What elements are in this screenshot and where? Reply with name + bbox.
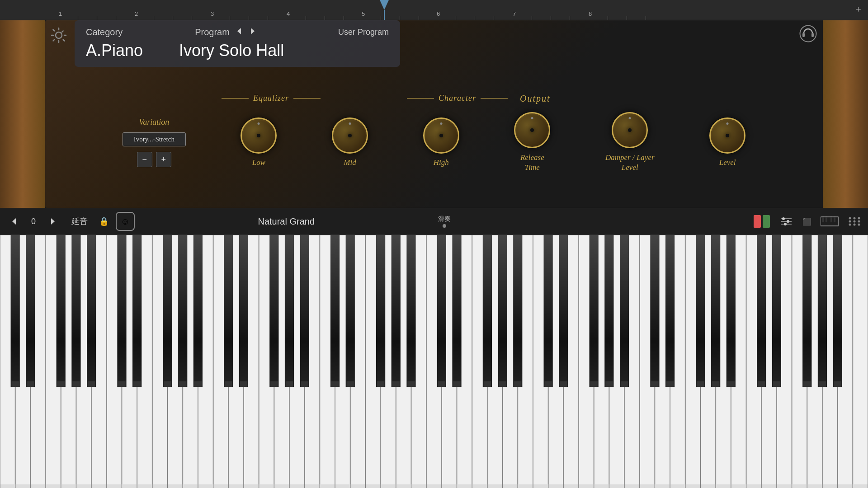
mid-knob-container: Mid bbox=[332, 117, 368, 167]
program-name: Natural Grand bbox=[253, 216, 319, 227]
variation-minus-button[interactable]: − bbox=[137, 152, 152, 167]
dots-button[interactable] bbox=[848, 215, 861, 228]
svg-point-22 bbox=[854, 217, 856, 220]
variation-section: Variation Ivory...-Stretch − + bbox=[123, 117, 186, 167]
svg-marker-5 bbox=[251, 28, 255, 34]
svg-rect-19 bbox=[830, 217, 832, 222]
svg-rect-3 bbox=[811, 33, 814, 37]
damper-layer-knob[interactable] bbox=[612, 112, 648, 148]
svg-point-0 bbox=[56, 32, 62, 38]
release-time-knob-label: ReleaseTime bbox=[520, 153, 544, 173]
svg-rect-18 bbox=[826, 217, 827, 222]
high-knob-container: High bbox=[423, 117, 459, 167]
mid-knob[interactable] bbox=[332, 117, 368, 154]
smile-button[interactable]: ☺ bbox=[116, 212, 135, 231]
category-label: Category bbox=[86, 27, 123, 38]
program-next-button[interactable] bbox=[249, 27, 257, 38]
mid-knob-label: Mid bbox=[344, 158, 356, 167]
glide-dot bbox=[443, 224, 446, 228]
transport-next-button[interactable] bbox=[46, 214, 60, 229]
svg-point-21 bbox=[849, 217, 851, 220]
level-knob-label: Level bbox=[719, 158, 736, 167]
svg-rect-17 bbox=[822, 217, 824, 222]
program-label: Program bbox=[195, 27, 230, 38]
level-knob[interactable] bbox=[709, 117, 745, 154]
svg-marker-4 bbox=[237, 28, 241, 34]
timeline-ruler: 12345678 bbox=[0, 0, 868, 20]
high-knob[interactable] bbox=[423, 117, 459, 154]
piano-split-button[interactable] bbox=[754, 215, 770, 228]
svg-point-29 bbox=[858, 224, 860, 226]
sustain-label: 延音 bbox=[67, 216, 92, 227]
transport-number: 0 bbox=[28, 217, 39, 226]
wood-panel-left bbox=[0, 20, 45, 208]
low-knob-label: Low bbox=[252, 158, 265, 167]
wood-panel-right bbox=[823, 20, 868, 208]
scale-label: ⬛ bbox=[802, 217, 811, 226]
svg-point-28 bbox=[854, 224, 856, 226]
svg-point-24 bbox=[849, 221, 851, 223]
controls-area: Variation Ivory...-Stretch − + Low Mid H… bbox=[95, 84, 773, 201]
svg-rect-9 bbox=[763, 215, 770, 228]
svg-point-13 bbox=[782, 217, 785, 220]
keyboard-button[interactable] bbox=[821, 215, 839, 228]
svg-point-25 bbox=[854, 221, 856, 223]
category-value: A.Piano bbox=[86, 41, 143, 60]
svg-marker-7 bbox=[51, 218, 55, 225]
svg-point-1 bbox=[800, 26, 816, 42]
svg-marker-6 bbox=[12, 218, 16, 225]
svg-point-14 bbox=[787, 220, 789, 223]
program-value: Ivory Solo Hall bbox=[179, 41, 284, 60]
low-knob[interactable] bbox=[241, 117, 277, 154]
program-prev-button[interactable] bbox=[235, 27, 243, 38]
glide-label: 滑奏 bbox=[438, 215, 451, 223]
svg-rect-2 bbox=[802, 33, 805, 37]
mixer-button[interactable] bbox=[779, 215, 793, 228]
transport-bar: 0 延音 🔒 ☺ Natural Grand 滑奏 bbox=[0, 208, 868, 235]
svg-point-27 bbox=[849, 224, 851, 226]
glide-section: 滑奏 bbox=[438, 215, 451, 228]
svg-point-26 bbox=[858, 221, 860, 223]
add-track-button[interactable]: + bbox=[856, 4, 861, 15]
svg-rect-8 bbox=[754, 215, 761, 228]
level-knob-container: Level bbox=[709, 117, 745, 167]
headphone-icon[interactable] bbox=[798, 23, 818, 44]
svg-rect-20 bbox=[834, 217, 835, 222]
scale-button[interactable]: ⬛ bbox=[802, 217, 811, 226]
svg-point-23 bbox=[858, 217, 860, 220]
damper-layer-knob-label: Damper / LayerLevel bbox=[605, 153, 655, 173]
damper-layer-knob-container: Damper / LayerLevel bbox=[605, 112, 655, 173]
variation-plus-button[interactable]: + bbox=[156, 152, 171, 167]
settings-icon[interactable] bbox=[50, 26, 68, 44]
smile-icon: ☺ bbox=[121, 216, 130, 227]
header-dropdown: Category Program User Program A.Piano Iv… bbox=[75, 20, 400, 67]
variation-dropdown[interactable]: Ivory...-Stretch bbox=[123, 132, 186, 146]
release-time-knob[interactable] bbox=[514, 112, 550, 148]
user-program-label: User Program bbox=[338, 28, 389, 37]
variation-title: Variation bbox=[139, 117, 169, 127]
svg-point-15 bbox=[784, 223, 787, 225]
low-knob-container: Low bbox=[241, 117, 277, 167]
transport-right-controls: ⬛ bbox=[754, 215, 861, 228]
lock-icon: 🔒 bbox=[99, 216, 109, 226]
release-time-knob-container: ReleaseTime bbox=[514, 112, 550, 173]
piano-keyboard[interactable] bbox=[0, 235, 868, 488]
transport-prev-button[interactable] bbox=[7, 214, 21, 229]
high-knob-label: High bbox=[434, 158, 449, 167]
